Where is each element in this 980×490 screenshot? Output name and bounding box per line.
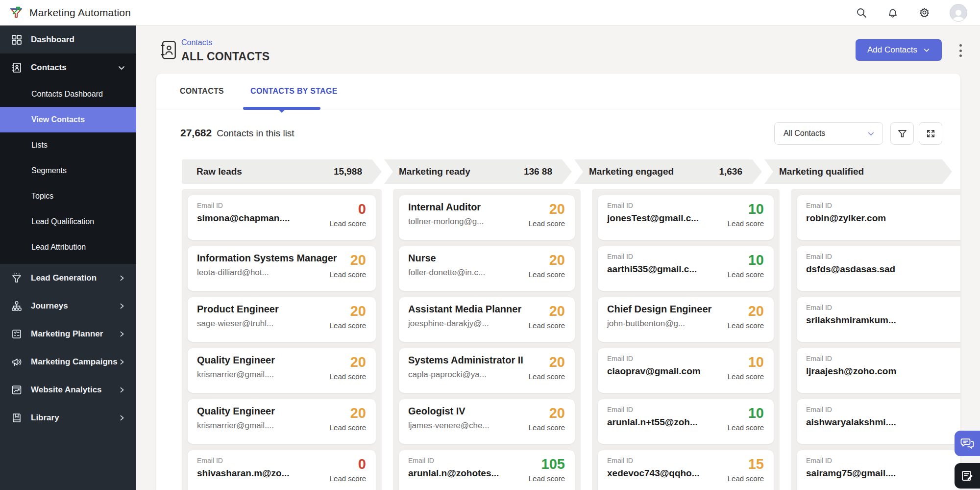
contact-email: joesphine-darakjy@... bbox=[408, 319, 521, 329]
chat-support-button[interactable] bbox=[955, 431, 980, 456]
sidebar-item-marketing-campaigns[interactable]: Marketing Campaigns bbox=[0, 348, 136, 376]
contacts-panel: CONTACTS CONTACTS BY STAGE 27,682 Contac… bbox=[156, 74, 960, 490]
lead-score-value: 0 bbox=[330, 202, 366, 216]
contact-card[interactable]: Email ID aishwaryalakshmi.... bbox=[797, 399, 960, 444]
notifications-bell-icon[interactable] bbox=[887, 7, 899, 19]
sidebar-item-contacts-dashboard[interactable]: Contacts Dashboard bbox=[0, 81, 136, 107]
search-icon[interactable] bbox=[856, 7, 867, 19]
contact-email: ljraajesh@zoho.com bbox=[806, 366, 896, 377]
filter-funnel-icon bbox=[897, 129, 907, 139]
add-contacts-button[interactable]: Add Contacts bbox=[856, 39, 942, 61]
lead-score-value: 20 bbox=[330, 406, 366, 420]
lead-score-label: Lead score bbox=[529, 270, 565, 279]
sidebar-item-lead-attribution[interactable]: Lead Attribution bbox=[0, 234, 136, 260]
sidebar-subitem-label: Topics bbox=[31, 192, 53, 201]
tab-contacts[interactable]: CONTACTS bbox=[180, 87, 224, 96]
sidebar-item-label: Dashboard bbox=[31, 35, 74, 45]
lead-score-value: 20 bbox=[330, 304, 366, 318]
contact-card[interactable]: Geologist IV ljames-venere@che... 20 Lea… bbox=[399, 399, 575, 444]
contact-card[interactable]: Nurse foller-donette@in.c... 20 Lead sco… bbox=[399, 246, 575, 291]
contact-card[interactable]: Chief Design Engineer john-buttbenton@g.… bbox=[598, 297, 774, 342]
sidebar-item-view-contacts[interactable]: View Contacts bbox=[0, 107, 136, 132]
sidebar-item-topics[interactable]: Topics bbox=[0, 183, 136, 209]
contact-email: robin@zylker.com bbox=[806, 213, 886, 224]
contact-card[interactable]: Assistant Media Planner joesphine-darakj… bbox=[399, 297, 575, 342]
email-id-label: Email ID bbox=[607, 406, 698, 413]
user-avatar[interactable] bbox=[950, 4, 967, 22]
lead-score-value: 20 bbox=[728, 304, 764, 318]
contact-card[interactable]: Email ID ciaoprav@gmail.com 10 Lead scor… bbox=[598, 348, 774, 393]
chevron-down-icon bbox=[118, 64, 125, 72]
contact-card[interactable]: Email ID aarthi535@gmail.c... 10 Lead sc… bbox=[598, 246, 774, 291]
stage-header-marketing-ready[interactable]: Marketing ready 136 88 bbox=[384, 159, 572, 184]
lead-score-label: Lead score bbox=[728, 270, 764, 279]
stage-name: Marketing ready bbox=[399, 166, 470, 177]
contact-title: Geologist IV bbox=[408, 406, 490, 417]
stage-name: Raw leads bbox=[196, 166, 242, 177]
stage-header-raw-leads[interactable]: Raw leads 15,988 bbox=[182, 159, 382, 184]
lead-score-value: 105 bbox=[529, 457, 565, 471]
lead-score-value: 20 bbox=[330, 355, 366, 369]
sidebar-item-library[interactable]: Library bbox=[0, 404, 136, 432]
sidebar-item-dashboard[interactable]: Dashboard bbox=[0, 26, 136, 53]
contact-card[interactable]: Email ID robin@zylker.com bbox=[797, 195, 960, 240]
list-filter-value: All Contacts bbox=[784, 129, 825, 138]
contact-card[interactable]: Email ID ljraajesh@zoho.com bbox=[797, 348, 960, 393]
contact-title: Information Systems Manager bbox=[197, 253, 324, 264]
feedback-button[interactable] bbox=[955, 463, 980, 489]
sidebar-item-label: Contacts bbox=[31, 63, 67, 73]
sidebar-item-segments[interactable]: Segments bbox=[0, 158, 136, 183]
stage-header-marketing-engaged[interactable]: Marketing engaged 1,636 bbox=[574, 159, 762, 184]
sidebar-item-lead-generation[interactable]: Lead Generation bbox=[0, 264, 136, 292]
contact-card[interactable]: Information Systems Manager leota-dillia… bbox=[188, 246, 376, 291]
contact-card[interactable]: Quality Engineer krismarrier@gmail.... 2… bbox=[188, 348, 376, 393]
chevron-right-icon bbox=[119, 331, 125, 337]
lead-score-value: 10 bbox=[728, 355, 764, 369]
app-logo[interactable]: Marketing Automation bbox=[0, 5, 136, 20]
contact-card[interactable]: Internal Auditor tollner-morlong@g... 20… bbox=[399, 195, 575, 240]
stage-name: Marketing engaged bbox=[589, 166, 674, 177]
sidebar-item-website-analytics[interactable]: Website Analytics bbox=[0, 376, 136, 404]
tab-contacts-by-stage[interactable]: CONTACTS BY STAGE bbox=[250, 87, 338, 96]
more-options-menu[interactable] bbox=[956, 42, 965, 59]
lead-score-label: Lead score bbox=[529, 321, 565, 330]
breadcrumb[interactable]: Contacts bbox=[181, 38, 212, 47]
topbar: Marketing Automation bbox=[0, 0, 980, 26]
stage-header-marketing-qualified[interactable]: Marketing qualified bbox=[764, 159, 952, 184]
email-id-label: Email ID bbox=[806, 406, 896, 413]
contact-card[interactable]: Email ID sairamg75@gmail.... bbox=[797, 450, 960, 490]
contact-card[interactable]: Email ID arunlal.n+t55@zoh... 10 Lead sc… bbox=[598, 399, 774, 444]
filter-button[interactable] bbox=[890, 122, 914, 145]
contact-card[interactable]: Email ID jonesTest@gmail.c... 10 Lead sc… bbox=[598, 195, 774, 240]
fullscreen-button[interactable] bbox=[919, 122, 942, 145]
list-filter-dropdown[interactable]: All Contacts bbox=[774, 122, 883, 145]
contact-card[interactable]: Email ID dsfds@asdasas.sad bbox=[797, 246, 960, 291]
sidebar-item-contacts[interactable]: Contacts bbox=[0, 53, 136, 81]
planner-checklist-icon bbox=[11, 328, 23, 340]
kanban-column-marketing-engaged: Email ID jonesTest@gmail.c... 10 Lead sc… bbox=[592, 189, 780, 490]
contacts-module-icon bbox=[159, 40, 177, 60]
stage-name: Marketing qualified bbox=[779, 166, 864, 177]
email-id-label: Email ID bbox=[806, 202, 886, 209]
contact-card[interactable]: Email ID shivasharan.m@zo... 0 Lead scor… bbox=[188, 450, 376, 490]
sidebar-item-journeys[interactable]: Journeys bbox=[0, 292, 136, 320]
contact-card[interactable]: Email ID arunlal.n@zohotes... 105 Lead s… bbox=[399, 450, 575, 490]
settings-gear-icon[interactable] bbox=[918, 7, 930, 19]
sidebar-item-lists[interactable]: Lists bbox=[0, 132, 136, 158]
contact-card[interactable]: Email ID srilakshmiramkum... bbox=[797, 297, 960, 342]
contact-card[interactable]: Email ID xedevoc743@qqho... 15 Lead scor… bbox=[598, 450, 774, 490]
sidebar-item-marketing-planner[interactable]: Marketing Planner bbox=[0, 320, 136, 348]
contact-card[interactable]: Quality Engineer krismarrier@gmail.... 2… bbox=[188, 399, 376, 444]
contact-card[interactable]: Email ID simona@chapman.... 0 Lead score bbox=[188, 195, 376, 240]
contact-email: shivasharan.m@zo... bbox=[197, 468, 290, 479]
contact-email: srilakshmiramkum... bbox=[806, 315, 896, 326]
sidebar-item-lead-qualification[interactable]: Lead Qualification bbox=[0, 209, 136, 234]
contact-card[interactable]: Systems Administrator II capla-paprocki@… bbox=[399, 348, 575, 393]
sidebar-subitem-label: Segments bbox=[31, 166, 67, 175]
lead-score-value: 20 bbox=[529, 202, 565, 216]
contact-card[interactable]: Product Engineer sage-wieser@truhl... 20… bbox=[188, 297, 376, 342]
chevron-right-icon bbox=[119, 387, 125, 393]
lead-score-label: Lead score bbox=[529, 372, 565, 381]
lead-score-label: Lead score bbox=[330, 423, 366, 432]
email-id-label: Email ID bbox=[806, 457, 896, 464]
